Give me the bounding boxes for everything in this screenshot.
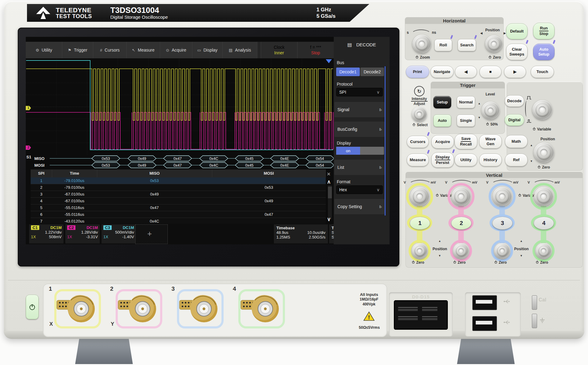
list-row[interactable]: List‖› — [334, 160, 385, 175]
chevron-down-icon: ∨ — [377, 187, 380, 192]
power-button[interactable] — [26, 295, 39, 319]
format-select[interactable]: Hex∨ — [336, 185, 383, 194]
variable-knob[interactable] — [532, 100, 552, 120]
channel-3-button[interactable]: 3 — [492, 217, 513, 230]
channel-1-button[interactable]: 1 — [410, 217, 430, 230]
menu-item-utility[interactable]: ⚙Utility — [26, 42, 62, 58]
scrollbar-track[interactable] — [328, 185, 332, 219]
intensity-knob[interactable] — [412, 107, 427, 122]
scroll-down-icon[interactable]: ∨ — [327, 216, 331, 223]
roll-button[interactable]: Roll — [434, 39, 452, 51]
brand-line1: TELEDYNE — [56, 7, 92, 13]
trigger-level-knob[interactable] — [482, 102, 499, 119]
menu-item-display[interactable]: ▭Display — [192, 42, 223, 58]
table-row[interactable]: 4-67.0100us0x49 — [31, 198, 326, 204]
horizontal-position-knob[interactable] — [485, 35, 502, 52]
utility-button[interactable]: Utility — [455, 153, 477, 166]
channel-status-c1[interactable]: C1DC1M1.22V/div1X508mV — [29, 224, 63, 243]
crosshair-box[interactable]: + — [135, 224, 168, 244]
ref-button[interactable]: Ref — [505, 153, 528, 166]
channel-1-position-knob[interactable] — [412, 243, 427, 258]
close-icon[interactable]: × — [327, 171, 330, 177]
touch-button[interactable]: Touch — [531, 66, 554, 78]
signal-row[interactable]: Signal‖› — [334, 102, 385, 117]
menu-item-cursors[interactable]: #Cursors — [93, 42, 127, 58]
copy-setting-row[interactable]: Copy Setting‖› — [334, 199, 385, 214]
navigate-button[interactable]: Navigate — [430, 66, 454, 78]
scroll-up-icon[interactable]: ∧ — [327, 179, 331, 185]
nav-back-button[interactable]: ◀ — [455, 66, 477, 78]
trigger-single-button[interactable]: Single — [457, 115, 475, 127]
table-row[interactable]: 3-67.0100us0x49 — [31, 191, 326, 198]
wave-gen-button[interactable]: WaveGen — [479, 134, 502, 149]
channel-2-button[interactable]: 2 — [451, 217, 471, 230]
utility-icon: ⚙ — [36, 48, 39, 52]
push-knob-icon — [486, 122, 489, 126]
channel-status-c2[interactable]: C2DC1M1.28V/div1X-3.31V — [65, 224, 100, 243]
tab-decode2[interactable]: Decode2 — [360, 68, 384, 76]
acquire-button[interactable]: Acquire — [431, 135, 454, 149]
menu-item-acquire[interactable]: ⊙Acquire — [160, 42, 192, 58]
connector-strip-seam — [8, 280, 580, 281]
table-row[interactable]: 6-55.0116us0x47 — [31, 211, 326, 218]
clock-menu-cell[interactable]: ClockInner — [261, 42, 298, 58]
channel-4-scale-knob[interactable] — [534, 187, 553, 206]
math-button[interactable]: Math — [505, 135, 528, 148]
trigger-auto-button[interactable]: Auto — [433, 115, 451, 127]
history-button[interactable]: History — [479, 153, 502, 166]
scale-mv-label: mV — [431, 181, 436, 184]
channel-3-position-knob[interactable] — [494, 243, 510, 258]
auto-setup-button[interactable]: AutoSetup — [533, 44, 555, 60]
channel-4-zero-label: Zero — [536, 260, 548, 265]
print-button[interactable]: Print — [406, 66, 429, 78]
channel-2-position-knob[interactable] — [453, 243, 469, 258]
usb-port-bottom — [472, 316, 497, 331]
svg-text:0x45: 0x45 — [245, 157, 253, 161]
menu-item-measure[interactable]: ↖Measure — [127, 42, 160, 58]
usb-icon — [503, 299, 510, 304]
panel-accent-bar — [385, 66, 386, 216]
clear-sweeps-button[interactable]: ClearSweeps — [506, 44, 528, 60]
measure-button[interactable]: Measure — [407, 153, 429, 166]
nav-stop-button[interactable]: ■ — [479, 66, 502, 78]
channel-4-position-knob[interactable] — [536, 243, 551, 258]
decode-list-table[interactable]: SPITimeMISOMOSI1-79.0100us0x532-79.0100u… — [31, 169, 326, 225]
channel-1-scale-knob[interactable] — [410, 187, 429, 206]
push-knob-icon — [518, 193, 521, 198]
trigger-icon: ⚑ — [68, 48, 71, 52]
digital-button[interactable]: Digital — [505, 114, 524, 126]
horizontal-zoom-knob[interactable] — [413, 35, 431, 53]
channel-2-scale-knob[interactable] — [452, 187, 471, 206]
timebase-box[interactable]: Timebase 48.9us10.0us/div 1.25MS2.50GS/s — [274, 224, 328, 243]
decode-button[interactable]: Decode — [505, 95, 524, 107]
table-row[interactable]: 1-79.0100us0x53 — [31, 177, 326, 184]
run-stop-button[interactable]: RunStop — [533, 23, 555, 39]
default-button[interactable]: Default — [506, 23, 528, 39]
power-icon — [29, 303, 36, 311]
mid-position-knob[interactable] — [534, 142, 554, 163]
hpos-right-arrow: ▶ — [504, 32, 506, 35]
protocol-select[interactable]: SPI∨ — [336, 88, 383, 96]
search-button[interactable]: Search — [458, 39, 476, 51]
table-row[interactable]: 2-79.0100us0x53 — [31, 184, 326, 191]
zoom-range-ns: ns — [432, 30, 436, 35]
table-row[interactable]: 5-55.0116us0x47 — [31, 204, 326, 211]
svg-text:0x4E: 0x4E — [280, 163, 289, 168]
save-recall-button[interactable]: SaveRecall — [455, 134, 477, 149]
nav-forward-button[interactable]: ▶ — [504, 66, 526, 78]
busconfig-row[interactable]: BusConfig‖› — [334, 122, 385, 137]
cursors-button[interactable]: Cursors — [407, 136, 429, 148]
channel-4-button[interactable]: 4 — [534, 217, 554, 230]
channel-3-scale-knob[interactable] — [493, 187, 512, 206]
waveform-area[interactable] — [26, 59, 334, 155]
bnc-channel-2-number: 2 — [110, 285, 113, 292]
trigger-setup-button[interactable]: Setup — [433, 96, 451, 108]
channel-status-c3[interactable]: C3DC1M500mV/div1X-1.40V — [102, 224, 136, 243]
menu-item-analysis[interactable]: ▤Analysis — [223, 42, 257, 58]
menu-item-trigger[interactable]: ⚑Trigger — [62, 42, 93, 58]
trigger-normal-button[interactable]: Normal — [457, 96, 475, 108]
trigger-position-marker[interactable] — [326, 59, 332, 63]
tab-decode1[interactable]: Decode1 — [336, 68, 360, 76]
display-persist-button[interactable]: DisplayPersist — [431, 152, 454, 168]
display-toggle[interactable]: on — [336, 147, 384, 155]
